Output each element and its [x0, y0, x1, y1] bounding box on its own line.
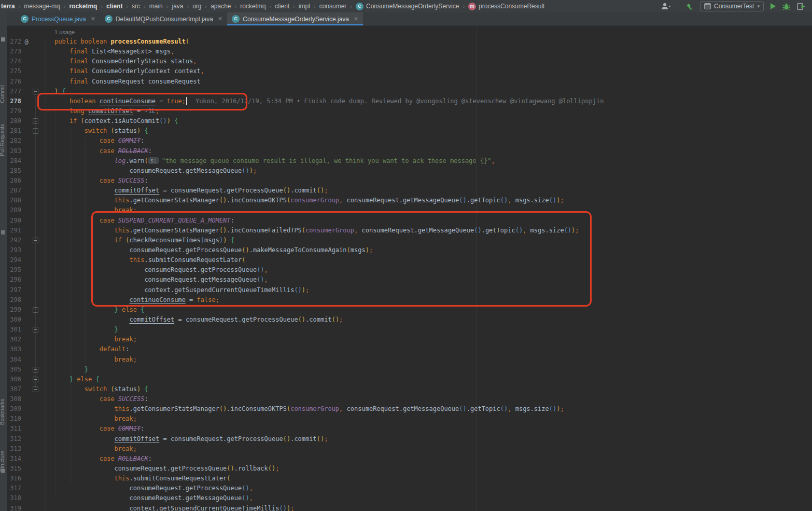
code-line: 291 this.getConsumerStatsManager().incCo… — [7, 226, 812, 236]
gutter: 306 — [7, 375, 46, 384]
close-icon[interactable]: ✕ — [218, 16, 222, 22]
line-number: 295 — [8, 265, 21, 275]
line-number: 279 — [8, 106, 21, 116]
run-icon[interactable] — [771, 3, 776, 9]
code-line: 274 final ConsumeOrderlyStatus status, — [7, 57, 812, 66]
gutter: 312 — [7, 434, 46, 444]
code-line: 283 case ROLLBACK: — [7, 146, 812, 156]
debug-icon[interactable] — [782, 3, 790, 10]
code-line: 319 context.getSuspendCurrentQueueTimeMi… — [7, 504, 812, 511]
breadcrumb-item[interactable]: apache — [211, 3, 231, 10]
gutter-badge: @ — [21, 38, 32, 46]
gutter: 299 — [7, 305, 46, 315]
gutter: 298 — [7, 295, 46, 305]
tool-window-button-commit[interactable]: Commit — [0, 85, 5, 103]
breadcrumb-item[interactable]: impl — [299, 3, 310, 10]
chevron-right-icon: › — [235, 3, 237, 9]
code-editor[interactable]: 1 usage 272@public boolean processConsum… — [7, 26, 812, 511]
breadcrumb-label: impl — [299, 3, 310, 10]
run-configuration-select[interactable]: ConsumerTest ▾ — [700, 1, 764, 11]
breadcrumb-item[interactable]: CConsumeMessageOrderlyService — [356, 3, 459, 10]
ide-window: terra›message-mq›rocketmq›client›src›mai… — [0, 0, 812, 511]
line-number: 281 — [8, 126, 21, 136]
code-line: 288 this.getConsumerStatsManager().incCo… — [7, 196, 812, 205]
line-number: 290 — [8, 216, 21, 226]
code-line: 302 break; — [7, 335, 812, 344]
gutter: 318 — [7, 493, 46, 503]
chevron-right-icon: › — [293, 3, 295, 9]
code-text: if (context.isAutoCommit()) { — [46, 116, 178, 126]
inline-blame-annotation: Yukon, 2016/12/19, 5:34 PM • Finish code… — [195, 98, 604, 105]
usages-hint[interactable]: 1 usage — [54, 29, 75, 35]
tab-ConsumeMessageOrderlyService.java[interactable]: CConsumeMessageOrderlyService.java✕ — [227, 12, 363, 25]
code-text: continueConsume = false; — [46, 295, 219, 305]
fold-expand-icon[interactable] — [33, 89, 38, 94]
breadcrumb-item[interactable]: client — [106, 3, 122, 10]
breadcrumb-item[interactable]: java — [172, 3, 183, 10]
gutter: 272@ — [7, 37, 46, 47]
tool-window-icon[interactable] — [1, 230, 5, 234]
gutter: 278 — [7, 96, 46, 106]
code-text: switch (status) { — [46, 384, 148, 394]
gutter: 274 — [7, 57, 46, 66]
breadcrumb-item[interactable]: org — [192, 3, 201, 10]
line-number: 289 — [8, 205, 21, 215]
code-line: 318 consumeRequest.getMessageQueue(), — [7, 493, 812, 503]
breadcrumb-item[interactable]: rocketmq — [69, 3, 97, 10]
code-text: public boolean processConsumeResult( — [46, 37, 189, 47]
breadcrumb-label: client — [106, 3, 122, 10]
code-line: 280 if (context.isAutoCommit()) { — [7, 116, 812, 126]
user-icon[interactable] — [661, 3, 671, 10]
tab-label: ProcessQueue.java — [32, 16, 86, 23]
line-number: 293 — [8, 245, 21, 255]
breadcrumb-item[interactable]: mprocessConsumeResult — [468, 3, 544, 10]
line-number: 298 — [8, 295, 21, 305]
breadcrumb-label: terra — [1, 3, 15, 10]
breadcrumb-label: src — [132, 3, 140, 10]
code-text: commitOffset = consumeRequest.getProcess… — [46, 186, 328, 196]
chevron-right-icon: › — [166, 3, 169, 9]
code-text: final ConsumeOrderlyStatus status, — [46, 57, 197, 66]
method-icon: m — [468, 3, 476, 10]
breadcrumb-item[interactable]: consumer — [319, 3, 347, 10]
breadcrumb-item[interactable]: main — [149, 3, 163, 10]
coverage-icon[interactable] — [797, 3, 806, 10]
tool-window-icon[interactable] — [1, 37, 5, 42]
gutter: 279 — [7, 106, 46, 116]
line-number: 312 — [8, 434, 21, 444]
close-icon[interactable]: ✕ — [354, 16, 358, 22]
tab-label: ConsumeMessageOrderlyService.java — [243, 16, 349, 23]
code-text: break; — [46, 205, 137, 215]
breadcrumb-item[interactable]: message-mq — [24, 3, 60, 10]
line-number: 300 — [8, 315, 21, 325]
line-number: 319 — [8, 504, 21, 511]
line-number: 313 — [8, 444, 21, 454]
breadcrumb-item[interactable]: rocketmq — [240, 3, 265, 10]
breadcrumb-item[interactable]: terra — [1, 3, 15, 10]
breadcrumb-label: apache — [211, 3, 231, 10]
line-number: 299 — [8, 305, 21, 315]
code-line: 303 default: — [7, 344, 812, 354]
tool-window-button-structure[interactable]: Structure — [0, 451, 5, 472]
code-line: 299 } else { — [7, 305, 812, 315]
tool-window-button-bookmarks[interactable]: Bookmarks — [0, 399, 5, 425]
chevron-right-icon: › — [463, 3, 465, 9]
code-text: consumeRequest.getMessageQueue(), — [46, 493, 253, 503]
build-hammer-icon[interactable] — [685, 2, 693, 10]
breadcrumb-label: consumer — [319, 3, 347, 10]
tab-ProcessQueue.java[interactable]: CProcessQueue.java✕ — [16, 12, 100, 25]
gutter: 308 — [7, 394, 46, 404]
line-number: 288 — [8, 196, 21, 205]
gutter: 290 — [7, 216, 46, 226]
gutter: 285 — [7, 166, 46, 176]
code-line: 307 switch (status) { — [7, 384, 812, 394]
main-toolbar: ConsumerTest ▾ — [656, 0, 812, 12]
breadcrumb-item[interactable]: client — [275, 3, 289, 10]
tool-window-button-pull-requests[interactable]: Pull Requests — [0, 124, 5, 156]
chevron-right-icon: › — [205, 3, 207, 9]
code-line: 312 commitOffset = consumeRequest.getPro… — [7, 434, 812, 444]
breadcrumb-item[interactable]: src — [132, 3, 140, 10]
line-number: 296 — [8, 275, 21, 285]
close-icon[interactable]: ✕ — [91, 16, 95, 22]
tab-DefaultMQPushConsumerImpl.java[interactable]: CDefaultMQPushConsumerImpl.java✕ — [100, 12, 227, 25]
